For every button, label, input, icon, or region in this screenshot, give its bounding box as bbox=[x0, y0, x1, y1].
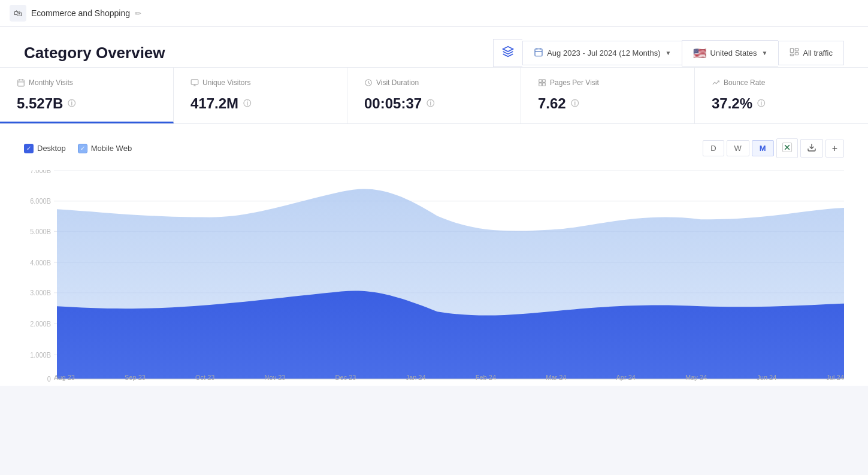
country-label: United States bbox=[710, 49, 757, 58]
x-axis-labels: Aug 23 Sep 23 Oct 23 Nov 23 Dec 23 Jan 2… bbox=[24, 371, 844, 386]
chart-svg: 7.000B 6.000B 5.000B 4.000B 3.000B 2.000… bbox=[24, 170, 844, 386]
svg-text:4.000B: 4.000B bbox=[30, 258, 51, 267]
country-dropdown-arrow: ▼ bbox=[761, 50, 767, 56]
legend-desktop[interactable]: ✓ Desktop bbox=[24, 144, 66, 153]
mobile-check-icon: ✓ bbox=[78, 144, 87, 153]
desktop-check-icon: ✓ bbox=[24, 144, 34, 153]
add-button[interactable]: + bbox=[825, 140, 844, 158]
edit-icon[interactable]: ✏ bbox=[135, 9, 141, 18]
metric-label-pages: Pages Per Visit bbox=[538, 78, 678, 87]
metric-value-bounce: 37.2% ⓘ bbox=[712, 95, 851, 112]
metric-pages-per-visit[interactable]: Pages Per Visit 7.62 ⓘ bbox=[521, 68, 695, 123]
svg-text:6.000B: 6.000B bbox=[30, 197, 51, 205]
date-range-button[interactable]: Aug 2023 - Jul 2024 (12 Months) ▼ bbox=[522, 41, 682, 65]
chart-action-buttons: D W M + bbox=[703, 138, 844, 158]
svg-rect-4 bbox=[791, 49, 794, 53]
svg-rect-7 bbox=[791, 54, 794, 56]
svg-rect-17 bbox=[543, 83, 546, 86]
traffic-button[interactable]: All traffic bbox=[778, 41, 844, 65]
metric-value-pages: 7.62 ⓘ bbox=[538, 95, 678, 112]
metric-monthly-visits[interactable]: Monthly Visits 5.527B ⓘ bbox=[0, 68, 174, 123]
country-button[interactable]: 🇺🇸 United States ▼ bbox=[682, 40, 778, 66]
main-header: Category Overview Aug 2023 - Jul 2024 (1… bbox=[0, 27, 868, 68]
info-icon-pages[interactable]: ⓘ bbox=[571, 98, 579, 109]
metric-label-duration: Visit Duration bbox=[364, 78, 504, 87]
metric-label-unique: Unique Visitors bbox=[190, 78, 330, 87]
svg-rect-12 bbox=[191, 80, 198, 84]
info-icon-monthly[interactable]: ⓘ bbox=[68, 98, 75, 109]
chart-controls: ✓ Desktop ✓ Mobile Web D W M bbox=[24, 138, 844, 158]
svg-rect-0 bbox=[535, 49, 542, 56]
legend-mobile[interactable]: ✓ Mobile Web bbox=[78, 144, 132, 153]
excel-export-button[interactable] bbox=[776, 138, 798, 158]
top-bar: 🛍 Ecommerce and Shopping ✏ bbox=[0, 0, 868, 27]
metric-value-duration: 00:05:37 ⓘ bbox=[364, 95, 504, 112]
svg-rect-14 bbox=[539, 80, 542, 83]
metric-value-monthly: 5.527B ⓘ bbox=[17, 95, 156, 112]
svg-text:3.000B: 3.000B bbox=[30, 289, 51, 297]
chart-legend: ✓ Desktop ✓ Mobile Web bbox=[24, 144, 132, 153]
metric-visit-duration[interactable]: Visit Duration 00:05:37 ⓘ bbox=[347, 68, 521, 123]
info-icon-bounce[interactable]: ⓘ bbox=[757, 98, 765, 109]
svg-rect-8 bbox=[18, 80, 25, 86]
chart-section: ✓ Desktop ✓ Mobile Web D W M bbox=[0, 124, 868, 386]
svg-text:2.000B: 2.000B bbox=[30, 319, 51, 328]
metric-bounce-rate[interactable]: Bounce Rate 37.2% ⓘ bbox=[695, 68, 868, 123]
svg-text:1.000B: 1.000B bbox=[30, 350, 51, 359]
info-icon-duration[interactable]: ⓘ bbox=[427, 98, 434, 109]
svg-rect-5 bbox=[796, 49, 799, 51]
metric-label-bounce: Bounce Rate bbox=[712, 78, 851, 87]
traffic-label: All traffic bbox=[803, 49, 833, 58]
download-button[interactable] bbox=[800, 139, 823, 158]
flag-icon: 🇺🇸 bbox=[693, 47, 706, 60]
svg-rect-16 bbox=[539, 83, 542, 86]
svg-text:7.000B: 7.000B bbox=[30, 170, 51, 174]
date-dropdown-arrow: ▼ bbox=[666, 50, 672, 56]
chart-area: 7.000B 6.000B 5.000B 4.000B 3.000B 2.000… bbox=[24, 170, 844, 386]
topbar-icon: 🛍 bbox=[10, 5, 26, 22]
svg-rect-6 bbox=[796, 53, 799, 55]
svg-text:5.000B: 5.000B bbox=[30, 227, 51, 235]
learn-button[interactable] bbox=[493, 39, 522, 67]
header-controls: Aug 2023 - Jul 2024 (12 Months) ▼ 🇺🇸 Uni… bbox=[493, 39, 844, 67]
metric-label-monthly: Monthly Visits bbox=[17, 78, 156, 87]
metric-value-unique: 417.2M ⓘ bbox=[190, 95, 330, 112]
time-btn-d[interactable]: D bbox=[703, 140, 724, 156]
svg-rect-15 bbox=[543, 80, 546, 83]
page-title: Category Overview bbox=[24, 44, 483, 62]
traffic-icon bbox=[790, 47, 799, 59]
topbar-title: Ecommerce and Shopping bbox=[31, 8, 130, 18]
time-btn-w[interactable]: W bbox=[727, 140, 749, 156]
date-range-label: Aug 2023 - Jul 2024 (12 Months) bbox=[547, 49, 660, 58]
time-btn-m[interactable]: M bbox=[752, 140, 774, 156]
info-icon-unique[interactable]: ⓘ bbox=[243, 98, 251, 109]
metric-unique-visitors[interactable]: Unique Visitors 417.2M ⓘ bbox=[174, 68, 347, 123]
calendar-icon bbox=[534, 47, 543, 59]
metrics-row: Monthly Visits 5.527B ⓘ Unique Visitors … bbox=[0, 68, 868, 124]
